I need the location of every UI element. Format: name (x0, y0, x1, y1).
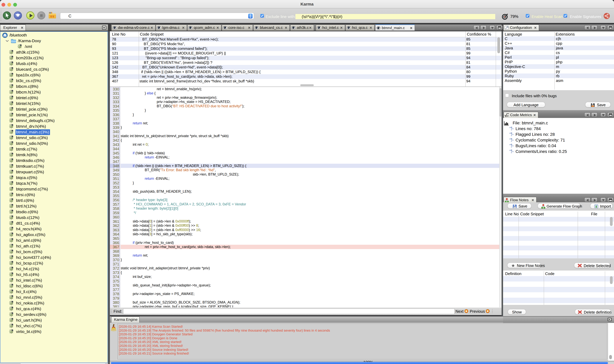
svg-text:a: a (507, 114, 508, 117)
